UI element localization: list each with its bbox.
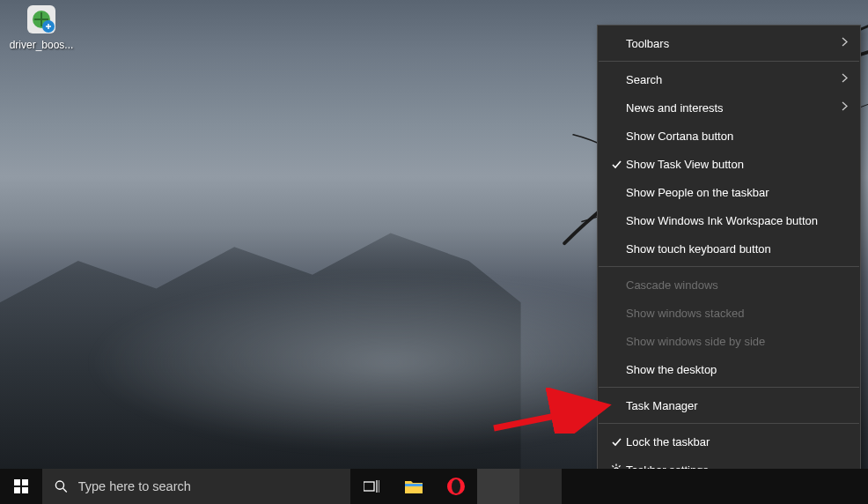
taskbar-running-window-1[interactable]: [477, 469, 519, 504]
menu-item-label: Show windows side by side: [626, 335, 834, 348]
menu-item-label: Show Cortana button: [626, 130, 834, 143]
svg-line-18: [63, 488, 67, 492]
taskbar-running-window-2[interactable]: [519, 469, 562, 504]
menu-item-label: Search: [626, 73, 834, 86]
file-explorer-icon: [404, 478, 423, 494]
menu-separator: [599, 387, 859, 388]
svg-line-8: [612, 465, 614, 467]
driver-booster-icon: [24, 2, 59, 37]
menu-separator: [599, 61, 859, 62]
windows-logo-icon: [14, 479, 28, 493]
svg-point-17: [55, 481, 63, 489]
task-view-button[interactable]: [350, 469, 393, 504]
taskbar-app-opera[interactable]: [435, 469, 477, 504]
menu-item-show-task-view-button[interactable]: Show Task View button: [598, 150, 860, 178]
menu-item-toolbars[interactable]: Toolbars: [598, 29, 860, 57]
svg-line-10: [619, 465, 621, 467]
desktop-icon-driver-booster[interactable]: driver_boos...: [7, 2, 76, 51]
menu-item-task-manager[interactable]: Task Manager: [598, 391, 860, 419]
taskbar-pinned-apps: [393, 469, 562, 504]
menu-item-search[interactable]: Search: [598, 65, 860, 93]
check-icon: [607, 436, 626, 448]
menu-item-cascade-windows: Cascade windows: [598, 271, 860, 299]
menu-item-label: Show touch keyboard button: [626, 242, 834, 256]
task-view-icon: [364, 480, 379, 493]
menu-item-show-cortana-button[interactable]: Show Cortana button: [598, 122, 860, 150]
menu-item-label: News and interests: [626, 101, 834, 115]
svg-rect-19: [364, 482, 374, 491]
check-icon: [607, 159, 626, 170]
menu-item-label: Show Task View button: [626, 158, 834, 171]
menu-item-label: Show the desktop: [626, 363, 834, 376]
menu-item-show-the-desktop[interactable]: Show the desktop: [598, 355, 860, 383]
chevron-right-icon: [834, 101, 848, 114]
svg-point-24: [452, 479, 460, 493]
svg-rect-16: [22, 487, 28, 493]
menu-item-news-and-interests[interactable]: News and interests: [598, 93, 860, 122]
svg-rect-22: [405, 484, 423, 486]
taskbar-app-file-explorer[interactable]: [393, 469, 435, 504]
opera-icon: [446, 477, 466, 496]
menu-item-label: Task Manager: [626, 399, 834, 412]
menu-item-show-windows-stacked: Show windows stacked: [598, 299, 860, 327]
start-button[interactable]: [0, 469, 42, 504]
svg-rect-15: [14, 487, 20, 493]
menu-item-label: Show People on the taskbar: [626, 186, 834, 199]
menu-item-label: Toolbars: [626, 37, 834, 50]
search-input[interactable]: [78, 479, 338, 493]
menu-separator: [599, 266, 859, 267]
taskbar: [0, 469, 868, 504]
menu-item-show-people-on-the-taskbar[interactable]: Show People on the taskbar: [598, 178, 860, 206]
chevron-right-icon: [834, 37, 848, 49]
svg-rect-14: [22, 479, 28, 485]
menu-item-label: Cascade windows: [626, 278, 834, 292]
desktop-icon-label: driver_boos...: [7, 39, 76, 51]
chevron-right-icon: [834, 73, 848, 85]
menu-item-show-touch-keyboard-button[interactable]: Show touch keyboard button: [598, 234, 860, 263]
menu-item-lock-the-taskbar[interactable]: Lock the taskbar: [598, 427, 860, 456]
menu-item-label: Show windows stacked: [626, 307, 834, 320]
search-icon: [55, 479, 68, 493]
menu-separator: [599, 423, 859, 424]
menu-item-label: Show Windows Ink Workspace button: [626, 214, 834, 227]
menu-item-show-windows-side-by-side: Show windows side by side: [598, 327, 860, 355]
taskbar-context-menu: ToolbarsSearchNews and interestsShow Cor…: [597, 25, 861, 488]
menu-item-show-windows-ink-workspace-button[interactable]: Show Windows Ink Workspace button: [598, 206, 860, 234]
taskbar-search[interactable]: [42, 469, 350, 504]
menu-item-label: Lock the taskbar: [626, 435, 834, 448]
svg-rect-13: [14, 479, 20, 485]
